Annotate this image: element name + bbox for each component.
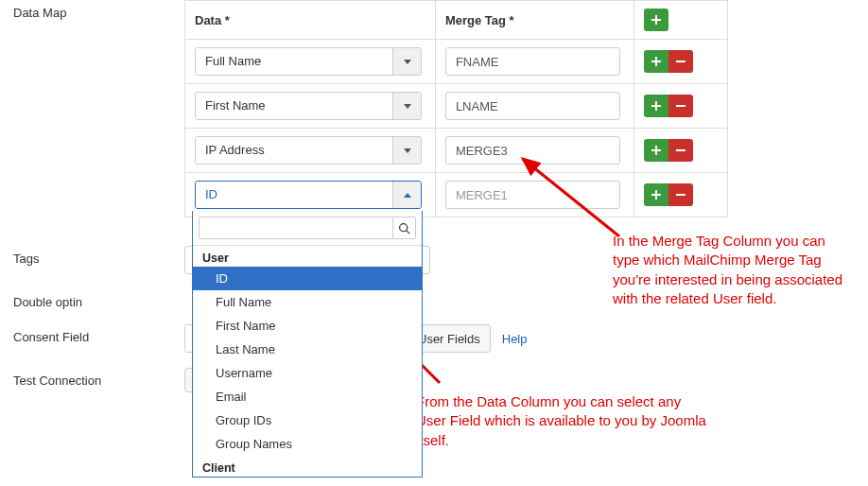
merge-tag-input[interactable] bbox=[445, 136, 620, 165]
label-consent-field: Consent Field bbox=[0, 324, 184, 344]
header-merge: Merge Tag * bbox=[435, 1, 634, 40]
label-test-connection: Test Connection bbox=[0, 368, 184, 388]
svg-point-0 bbox=[400, 223, 408, 231]
label-tags: Tags bbox=[0, 246, 184, 266]
dropdown-item[interactable]: First Name bbox=[193, 314, 422, 338]
add-row-button[interactable] bbox=[644, 95, 668, 117]
data-select-dropdown: User ID Full Name First Name Last Name U… bbox=[192, 211, 423, 477]
data-select-value: Full Name bbox=[196, 48, 392, 75]
chevron-up-icon bbox=[392, 182, 421, 208]
data-select-value: First Name bbox=[196, 93, 392, 119]
chevron-down-icon bbox=[392, 48, 421, 75]
dropdown-item[interactable]: Group IDs bbox=[193, 408, 422, 432]
dropdown-item[interactable]: Group Names bbox=[193, 432, 422, 456]
data-select-value: IP Address bbox=[196, 137, 392, 164]
merge-tag-input[interactable] bbox=[445, 92, 620, 120]
minus-icon bbox=[676, 101, 686, 111]
merge-tag-input[interactable] bbox=[445, 47, 620, 76]
annotation-merge-tag: In the Merge Tag Column you can type whi… bbox=[613, 232, 849, 308]
dropdown-item[interactable]: Full Name bbox=[193, 290, 422, 314]
dropdown-item[interactable]: Email bbox=[193, 385, 422, 408]
header-actions bbox=[634, 1, 727, 40]
dropdown-item[interactable]: Username bbox=[193, 361, 422, 385]
minus-icon bbox=[676, 190, 686, 200]
merge-tag-input[interactable] bbox=[445, 181, 620, 209]
dropdown-search-input[interactable] bbox=[199, 217, 393, 239]
add-row-button[interactable] bbox=[644, 183, 668, 206]
plus-icon bbox=[651, 146, 661, 155]
data-map-table: Data * Merge Tag * Full Name bbox=[184, 0, 728, 217]
plus-icon bbox=[651, 57, 661, 66]
help-link[interactable]: Help bbox=[496, 332, 533, 346]
data-select-open[interactable]: ID bbox=[195, 181, 422, 209]
plus-icon bbox=[651, 190, 661, 200]
add-row-button[interactable] bbox=[644, 139, 668, 162]
minus-icon bbox=[676, 57, 686, 66]
minus-icon bbox=[676, 146, 686, 155]
data-select[interactable]: IP Address bbox=[195, 136, 422, 165]
delete-row-button[interactable] bbox=[668, 139, 693, 162]
dropdown-item[interactable]: Last Name bbox=[193, 338, 422, 361]
label-data-map: Data Map bbox=[0, 0, 184, 20]
label-double-optin: Double optin bbox=[0, 289, 184, 309]
dropdown-item[interactable]: ID bbox=[193, 267, 422, 290]
table-row: First Name bbox=[185, 84, 728, 129]
data-select[interactable]: Full Name bbox=[195, 47, 422, 76]
search-icon bbox=[393, 217, 416, 239]
add-row-button[interactable] bbox=[644, 50, 668, 73]
annotation-data-column: From the Data Column you can select any … bbox=[416, 392, 709, 450]
data-select[interactable]: First Name bbox=[195, 92, 422, 120]
chevron-down-icon bbox=[392, 93, 421, 119]
plus-icon bbox=[651, 15, 661, 25]
table-row: Full Name bbox=[185, 40, 728, 84]
svg-line-1 bbox=[407, 230, 409, 233]
dropdown-group-user: User bbox=[193, 246, 422, 267]
table-row: IP Address bbox=[185, 129, 728, 173]
data-select-value: ID bbox=[196, 182, 392, 208]
delete-row-button[interactable] bbox=[668, 50, 693, 73]
delete-row-button[interactable] bbox=[668, 95, 693, 117]
header-data: Data * bbox=[185, 1, 436, 40]
delete-row-button[interactable] bbox=[668, 183, 693, 206]
plus-icon bbox=[651, 101, 661, 111]
chevron-down-icon bbox=[392, 137, 421, 164]
add-row-button[interactable] bbox=[644, 9, 668, 31]
dropdown-group-client: Client bbox=[193, 456, 422, 477]
